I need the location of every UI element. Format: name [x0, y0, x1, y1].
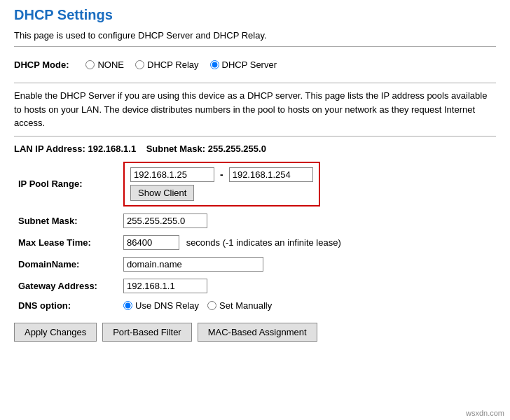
- gateway-input[interactable]: [123, 279, 207, 293]
- lease-suffix: seconds (-1 indicates an infinite lease): [186, 237, 341, 248]
- dns-option-label: DNS option:: [14, 297, 119, 314]
- dhcp-mode-row: DHCP Mode: NONE DHCP Relay DHCP Server: [14, 52, 496, 77]
- subnet-mask-row: Subnet Mask:: [14, 210, 496, 232]
- ip-pool-end-input[interactable]: [229, 167, 313, 182]
- page-description: This page is used to configure DHCP Serv…: [14, 30, 496, 41]
- mode-none-label: NONE: [97, 59, 124, 70]
- domain-name-label: DomainName:: [14, 253, 119, 275]
- dns-option-cell: Use DNS Relay Set Manually: [119, 297, 496, 314]
- domain-name-input[interactable]: [123, 257, 263, 272]
- max-lease-cell: seconds (-1 indicates an infinite lease): [119, 232, 496, 253]
- settings-table: IP Pool Range: - Show Client Subnet Mask…: [14, 158, 496, 314]
- lan-mask-value: 255.255.255.0: [208, 144, 266, 154]
- mode-none-radio[interactable]: [85, 60, 95, 69]
- apply-changes-button[interactable]: Apply Changes: [14, 323, 97, 342]
- dns-relay-label: Use DNS Relay: [135, 300, 199, 311]
- mode-none-option[interactable]: NONE: [85, 59, 124, 70]
- ip-pool-start-input[interactable]: [130, 167, 214, 182]
- max-lease-label: Max Lease Time:: [14, 232, 119, 253]
- ip-range-dash: -: [219, 169, 225, 180]
- dns-options-row: Use DNS Relay Set Manually: [123, 300, 492, 311]
- dns-relay-option[interactable]: Use DNS Relay: [123, 300, 199, 311]
- dhcp-mode-label: DHCP Mode:: [14, 59, 69, 70]
- mode-server-label: DHCP Server: [222, 59, 277, 70]
- dns-manual-label: Set Manually: [219, 300, 272, 311]
- show-client-button[interactable]: Show Client: [130, 185, 194, 201]
- ip-pool-label: IP Pool Range:: [14, 158, 119, 210]
- gateway-cell: [119, 275, 496, 297]
- dns-manual-option[interactable]: Set Manually: [207, 300, 272, 311]
- lan-ip-label: LAN IP Address:: [14, 144, 85, 154]
- divider-3: [14, 136, 496, 136]
- ip-pool-inner: - Show Client: [130, 167, 313, 201]
- domain-name-row: DomainName:: [14, 253, 496, 275]
- dns-option-row: DNS option: Use DNS Relay Set Manually: [14, 297, 496, 314]
- ip-range-row: -: [130, 167, 313, 182]
- gateway-label: Gateway Address:: [14, 275, 119, 297]
- mode-relay-option[interactable]: DHCP Relay: [135, 59, 198, 70]
- subnet-mask-input[interactable]: [123, 214, 207, 228]
- mode-server-option[interactable]: DHCP Server: [210, 59, 277, 70]
- divider-1: [14, 46, 496, 47]
- ip-pool-box: - Show Client: [123, 162, 320, 206]
- dns-manual-radio[interactable]: [207, 301, 216, 310]
- mode-server-radio[interactable]: [210, 60, 219, 69]
- show-client-row: Show Client: [130, 185, 313, 201]
- action-buttons: Apply Changes Port-Based Filter MAC-Base…: [14, 323, 496, 342]
- lan-ip-value: 192.168.1.1: [88, 144, 136, 154]
- ip-pool-row: IP Pool Range: - Show Client: [14, 158, 496, 210]
- dns-relay-radio[interactable]: [123, 301, 132, 310]
- mode-relay-radio[interactable]: [135, 60, 144, 69]
- max-lease-input[interactable]: [123, 235, 179, 250]
- ip-pool-cell: - Show Client: [119, 158, 496, 210]
- gateway-row: Gateway Address:: [14, 275, 496, 297]
- subnet-mask-cell: [119, 210, 496, 232]
- domain-name-cell: [119, 253, 496, 275]
- lan-mask-label: Subnet Mask:: [146, 144, 206, 154]
- page-title: DHCP Settings: [14, 7, 496, 23]
- server-description: Enable the DHCP Server if you are using …: [14, 89, 496, 130]
- subnet-mask-label: Subnet Mask:: [14, 210, 119, 232]
- mac-assignment-button[interactable]: MAC-Based Assignment: [198, 323, 317, 342]
- lan-info: LAN IP Address: 192.168.1.1 Subnet Mask:…: [14, 144, 496, 154]
- max-lease-row: Max Lease Time: seconds (-1 indicates an…: [14, 232, 496, 253]
- divider-2: [14, 83, 496, 83]
- port-filter-button[interactable]: Port-Based Filter: [102, 323, 192, 342]
- mode-relay-label: DHCP Relay: [147, 59, 198, 70]
